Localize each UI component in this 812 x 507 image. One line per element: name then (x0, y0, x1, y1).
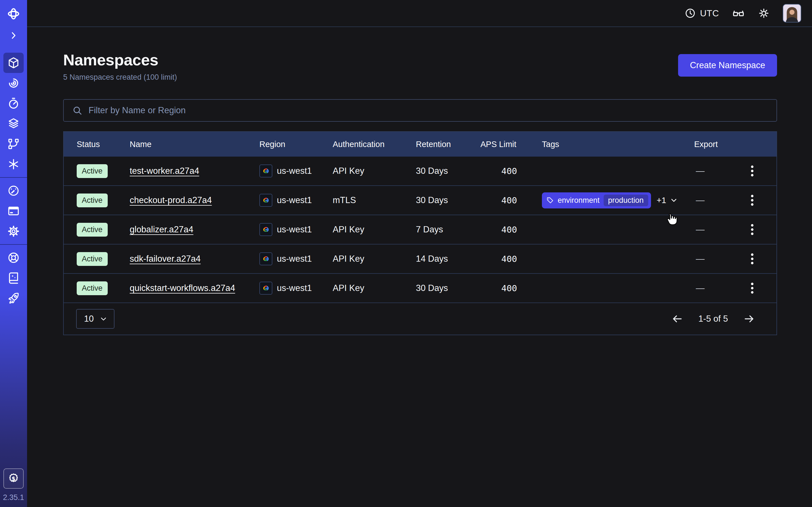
gcp-cloud-icon (259, 165, 272, 177)
retention-label: 30 Days (416, 166, 480, 176)
namespace-link[interactable]: quickstart-workflows.a27a4 (130, 283, 235, 293)
sidebar-item-settings[interactable] (3, 221, 24, 241)
next-page-arrow-icon[interactable] (743, 313, 755, 325)
app-version: 2.35.1 (3, 493, 24, 502)
export-value: — (694, 195, 705, 205)
sidebar-item-schedules[interactable] (3, 93, 24, 114)
chevron-down-icon (99, 315, 108, 323)
status-badge: Active (77, 252, 108, 266)
clock-icon (684, 8, 696, 19)
sidebar-item-namespaces[interactable] (3, 53, 24, 73)
tag-key: environment (558, 196, 600, 205)
tags-expander[interactable]: +1 (657, 195, 678, 205)
sidebar-item-billing[interactable] (3, 201, 24, 221)
badge-dollar-icon: $ (7, 472, 20, 485)
avatar[interactable] (783, 4, 801, 22)
svg-text:$: $ (11, 475, 15, 482)
sidebar-item-usage[interactable] (3, 180, 24, 201)
col-name: Name (130, 140, 259, 149)
sidebar-expand-chevron-icon[interactable] (7, 29, 20, 42)
namespace-link[interactable]: sdk-failover.a27a4 (130, 254, 201, 264)
pager-range-label: 1-5 of 5 (698, 314, 728, 324)
auth-label: API Key (333, 224, 416, 235)
sidebar: $ 2.35.1 (0, 0, 27, 507)
sidebar-divider (0, 177, 27, 178)
table-footer: 10 1-5 of 5 (64, 303, 776, 335)
tags-cell: environment production +1 (542, 192, 694, 209)
glasses-icon (732, 7, 745, 20)
pager: 1-5 of 5 (671, 313, 755, 325)
asterisk-icon (7, 158, 20, 171)
aps-limit-value: 400 (480, 195, 542, 205)
sidebar-nav-account (3, 180, 24, 241)
table-row: Active globalizer.a27a4 us-west1 API Key (64, 215, 776, 244)
sidebar-item-support[interactable] (3, 247, 24, 268)
sidebar-item-nexus[interactable] (3, 154, 24, 174)
page-title: Namespaces (63, 51, 177, 69)
temporal-logo-icon[interactable] (6, 7, 20, 21)
namespace-link[interactable]: checkout-prod.a27a4 (130, 195, 212, 205)
filter-search (63, 99, 777, 122)
export-value: — (694, 224, 705, 235)
table-row: Active test-worker.a27a4 us-west1 API Ke… (64, 157, 776, 186)
retention-label: 14 Days (416, 254, 480, 264)
rocket-icon (7, 292, 20, 305)
auth-label: API Key (333, 166, 416, 176)
region-label: us-west1 (277, 195, 312, 205)
chevron-down-icon (670, 196, 678, 205)
auth-label: API Key (333, 283, 416, 293)
gear-icon (7, 225, 20, 238)
region-label: us-west1 (277, 254, 312, 264)
aps-limit-value: 400 (480, 224, 542, 235)
table-row: Active quickstart-workflows.a27a4 us-wes… (64, 274, 776, 303)
row-menu-kebab-icon[interactable] (746, 250, 759, 267)
prev-page-arrow-icon[interactable] (671, 313, 683, 325)
row-menu-kebab-icon[interactable] (746, 192, 759, 209)
tag-icon (546, 196, 554, 204)
page-subtitle: 5 Namespaces created (100 limit) (63, 73, 177, 82)
sidebar-nav-help (3, 247, 24, 308)
retention-label: 30 Days (416, 283, 480, 293)
page-size-select[interactable]: 10 (76, 309, 114, 329)
col-tags: Tags (542, 140, 694, 149)
retention-label: 30 Days (416, 195, 480, 205)
status-badge: Active (77, 193, 108, 207)
gauge-icon (7, 184, 20, 197)
topbar: UTC (27, 0, 812, 27)
row-menu-kebab-icon[interactable] (746, 221, 759, 238)
main-content: Namespaces 5 Namespaces created (100 lim… (27, 27, 812, 507)
gcp-cloud-icon (259, 282, 272, 295)
namespace-link[interactable]: test-worker.a27a4 (130, 166, 199, 176)
table-row: Active checkout-prod.a27a4 us-west1 mTLS (64, 186, 776, 215)
theme-toggle[interactable] (758, 7, 770, 19)
timezone-selector[interactable]: UTC (684, 8, 719, 19)
filter-search-input[interactable] (89, 105, 768, 115)
aps-limit-value: 400 (480, 166, 542, 176)
col-aps-limit: APS Limit (480, 140, 542, 149)
namespace-link[interactable]: globalizer.a27a4 (130, 224, 193, 234)
page-header: Namespaces 5 Namespaces created (100 lim… (63, 51, 777, 82)
sun-icon (758, 7, 770, 19)
app-root: $ 2.35.1 UTC (0, 0, 812, 507)
sidebar-item-docs[interactable] (3, 268, 24, 288)
row-menu-kebab-icon[interactable] (746, 280, 759, 297)
create-namespace-button[interactable]: Create Namespace (678, 54, 777, 76)
col-status: Status (77, 140, 130, 149)
sidebar-item-credits[interactable]: $ (3, 468, 24, 489)
tags-more-count: +1 (657, 195, 666, 205)
timer-icon (7, 97, 20, 110)
layers-icon (7, 117, 20, 130)
sidebar-item-getting-started[interactable] (3, 288, 24, 308)
status-badge: Active (77, 223, 108, 237)
row-menu-kebab-icon[interactable] (746, 163, 759, 179)
region-label: us-west1 (277, 224, 312, 235)
tag-pill[interactable]: environment production (542, 192, 651, 209)
sidebar-item-workflows[interactable] (3, 73, 24, 93)
timezone-label: UTC (700, 8, 719, 18)
export-value: — (694, 166, 705, 176)
labs-toggle[interactable] (732, 7, 745, 20)
sidebar-item-deployments[interactable] (3, 114, 24, 134)
page-size-value: 10 (84, 314, 94, 324)
branch-icon (7, 137, 20, 151)
sidebar-item-batch-operations[interactable] (3, 134, 24, 154)
